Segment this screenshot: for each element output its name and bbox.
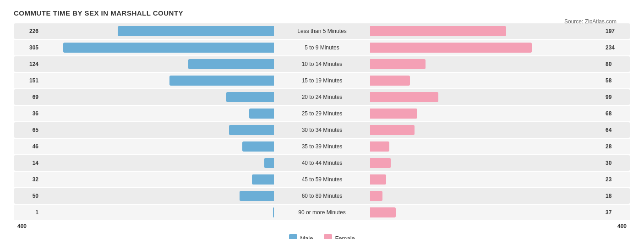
axis-row: 400 400: [14, 221, 630, 231]
row-label: 40 to 44 Minutes: [274, 160, 370, 166]
male-bar-container: [40, 174, 274, 185]
male-bar: [229, 125, 274, 135]
chart-row: 50 60 to 89 Minutes 18: [14, 188, 630, 204]
female-bar-container: [370, 191, 604, 201]
chart-title: COMMUTE TIME BY SEX IN MARSHALL COUNTY: [14, 9, 630, 17]
female-bar: [370, 59, 426, 69]
female-label: Female: [335, 235, 355, 239]
chart-row: 69 20 to 24 Minutes 99: [14, 89, 630, 105]
male-value: 151: [17, 77, 40, 84]
row-label: 20 to 24 Minutes: [274, 94, 370, 100]
legend: Male Female: [14, 234, 630, 239]
male-bar-container: [40, 158, 274, 168]
male-value: 50: [17, 193, 40, 199]
female-value: 234: [604, 44, 627, 51]
row-inner: 69 20 to 24 Minutes 99: [14, 89, 630, 105]
male-bar: [63, 43, 274, 53]
male-bar: [264, 158, 274, 168]
row-label: 90 or more Minutes: [274, 209, 370, 216]
legend-female: Female: [324, 234, 355, 239]
female-bar-container: [370, 125, 604, 135]
chart-row: 36 25 to 29 Minutes 68: [14, 106, 630, 121]
row-inner: 50 60 to 89 Minutes 18: [14, 188, 630, 204]
row-label: 30 to 34 Minutes: [274, 127, 370, 133]
row-label: 25 to 29 Minutes: [274, 110, 370, 117]
chart-row: 65 30 to 34 Minutes 64: [14, 122, 630, 138]
male-value: 69: [17, 94, 40, 100]
male-value: 226: [17, 28, 40, 34]
female-bar: [370, 207, 396, 217]
female-value: 18: [604, 193, 627, 199]
male-bar-container: [40, 191, 274, 201]
row-inner: 1 90 or more Minutes 37: [14, 205, 630, 220]
female-bar: [370, 158, 391, 168]
male-value: 32: [17, 176, 40, 183]
female-value: 197: [604, 28, 627, 34]
chart-row: 226 Less than 5 Minutes 197: [14, 23, 630, 39]
row-inner: 46 35 to 39 Minutes 28: [14, 139, 630, 154]
male-value: 46: [17, 143, 40, 150]
female-value: 99: [604, 94, 627, 100]
axis-right: 400: [617, 223, 627, 229]
female-value: 80: [604, 61, 627, 67]
female-bar: [370, 174, 386, 185]
female-value: 68: [604, 110, 627, 117]
row-inner: 226 Less than 5 Minutes 197: [14, 23, 630, 39]
row-label: 5 to 9 Minutes: [274, 44, 370, 51]
male-bar-container: [40, 109, 274, 119]
male-bar-container: [40, 207, 274, 217]
female-bar-container: [370, 174, 604, 185]
male-bar: [242, 141, 274, 152]
female-value: 28: [604, 143, 627, 150]
chart-row: 151 15 to 19 Minutes 58: [14, 73, 630, 88]
row-inner: 124 10 to 14 Minutes 80: [14, 56, 630, 72]
row-inner: 36 25 to 29 Minutes 68: [14, 106, 630, 121]
female-bar-container: [370, 158, 604, 168]
female-bar-container: [370, 26, 604, 36]
male-bar-container: [40, 76, 274, 86]
male-value: 1: [17, 209, 40, 216]
female-value: 23: [604, 176, 627, 183]
row-label: Less than 5 Minutes: [274, 28, 370, 34]
female-bar: [370, 26, 506, 36]
female-bar-container: [370, 59, 604, 69]
female-swatch: [324, 234, 332, 239]
male-label: Male: [300, 235, 313, 239]
female-bar: [370, 191, 382, 201]
row-label: 45 to 59 Minutes: [274, 176, 370, 183]
male-swatch: [289, 234, 297, 239]
female-bar: [370, 109, 417, 119]
male-bar: [252, 174, 274, 185]
axis-left: 400: [17, 223, 27, 229]
female-bar: [370, 141, 389, 152]
male-bar-container: [40, 125, 274, 135]
chart-row: 46 35 to 39 Minutes 28: [14, 139, 630, 154]
chart-row: 32 45 to 59 Minutes 23: [14, 172, 630, 187]
female-bar-container: [370, 109, 604, 119]
row-inner: 14 40 to 44 Minutes 30: [14, 155, 630, 171]
chart-row: 1 90 or more Minutes 37: [14, 205, 630, 220]
female-value: 58: [604, 77, 627, 84]
male-bar-container: [40, 141, 274, 152]
female-bar-container: [370, 141, 604, 152]
female-value: 64: [604, 127, 627, 133]
female-bar-container: [370, 207, 604, 217]
male-bar: [249, 109, 274, 119]
row-inner: 151 15 to 19 Minutes 58: [14, 73, 630, 88]
male-bar: [118, 26, 274, 36]
male-bar-container: [40, 59, 274, 69]
row-inner: 65 30 to 34 Minutes 64: [14, 122, 630, 138]
legend-male: Male: [289, 234, 313, 239]
female-bar: [370, 43, 532, 53]
chart-container: 226 Less than 5 Minutes 197 305 5 to 9 M…: [14, 23, 630, 239]
row-label: 35 to 39 Minutes: [274, 143, 370, 150]
female-bar-container: [370, 43, 604, 53]
male-bar: [240, 191, 274, 201]
female-value: 37: [604, 209, 627, 216]
row-label: 60 to 89 Minutes: [274, 193, 370, 199]
male-bar: [226, 92, 274, 102]
chart-row: 124 10 to 14 Minutes 80: [14, 56, 630, 72]
male-bar: [169, 76, 274, 86]
male-bar-container: [40, 92, 274, 102]
male-bar-container: [40, 26, 274, 36]
